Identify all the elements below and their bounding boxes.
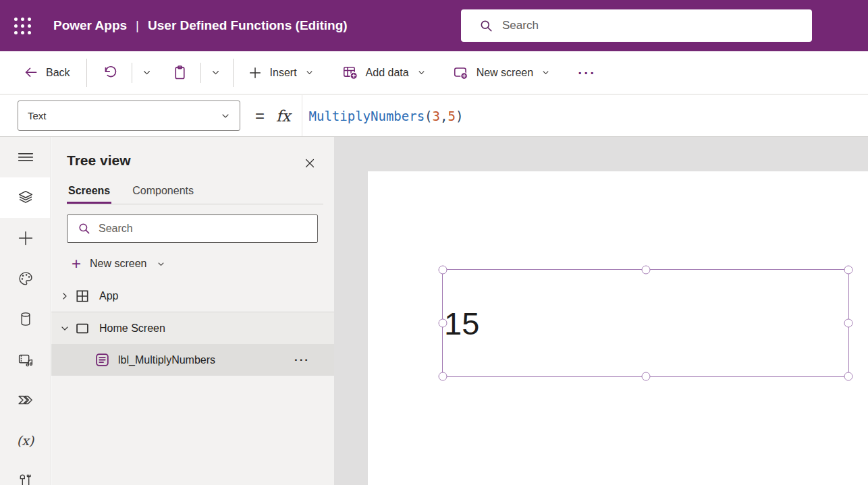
formula-bar: Text = fx MultiplyNumbers(3,5) [0,94,868,137]
search-icon [78,222,91,235]
close-icon [303,156,317,170]
header-search-input[interactable] [502,19,786,32]
rail-theme-button[interactable] [0,258,51,299]
resize-handle-top-middle[interactable] [641,266,650,275]
panel-search-box[interactable] [67,215,318,243]
chevron-down-icon [141,67,153,78]
formula-close-paren: ) [456,109,463,123]
formula-open-paren: ( [425,109,432,123]
toolbar-divider [86,59,87,87]
formula-arg2: 5 [447,109,455,123]
panel-search-input[interactable] [99,223,301,235]
toolbar-divider [200,63,201,83]
rail-insert-button[interactable] [0,218,51,258]
formula-arg1: 3 [433,109,440,123]
resize-handle-bottom-left[interactable] [439,372,447,381]
tree-row-label: Home Screen [99,322,165,335]
toolbar-divider [233,59,234,87]
row-more-button[interactable]: ··· [294,354,310,366]
new-screen-label: New screen [477,67,533,79]
panel-new-screen-label: New screen [90,258,146,270]
label-text: 15 [444,308,479,339]
rail-advanced-tools-button[interactable] [0,461,51,485]
new-screen-button[interactable]: New screen [452,64,551,81]
chevron-down-icon [210,67,221,78]
panel-tabs: Screens Components [67,185,334,204]
paste-clipboard-icon [171,64,188,81]
equals-sign: = [255,107,265,125]
header-search-box[interactable] [461,9,812,42]
tab-components[interactable]: Components [131,185,195,204]
resize-handle-middle-left[interactable] [439,319,447,328]
undo-button[interactable] [102,65,118,81]
add-data-label: Add data [366,67,409,79]
theme-palette-icon [16,268,36,289]
formula-comma: , [440,109,447,123]
rail-menu-button[interactable] [0,137,51,177]
command-toolbar: Back Insert Add data New scre [0,51,868,94]
more-ellipsis-icon: ··· [578,65,596,80]
panel-new-screen-button[interactable]: + New screen [72,252,166,276]
tree-row-label: App [99,290,118,302]
undo-menu-button[interactable] [141,67,153,78]
tree-rows: App Home Screen lbl_MultiplyNumbers ··· [51,280,334,376]
product-name: Power Apps [53,18,127,33]
paste-button[interactable] [171,64,188,81]
more-commands-button[interactable]: ··· [578,65,596,80]
tree-view-panel: Tree view Screens Components + New scree… [51,137,334,485]
app-name: User Defined Functions (Editing) [148,18,348,33]
tree-row-label-control[interactable]: lbl_MultiplyNumbers ··· [51,344,334,376]
canvas-area: 15 [334,137,868,485]
formula-input[interactable]: MultiplyNumbers(3,5) [302,95,868,136]
panel-title: Tree view [67,152,334,169]
rail-tree-view-button[interactable] [0,177,51,218]
insert-label: Insert [270,67,297,79]
insert-button[interactable]: Insert [248,65,315,80]
rail-variables-button[interactable]: (x) [0,420,51,461]
back-label: Back [46,67,70,79]
rail-power-automate-button[interactable] [0,380,51,420]
chevron-down-icon [220,111,231,121]
resize-handle-top-right[interactable] [844,266,853,275]
label-control-icon [94,352,110,368]
back-arrow-icon [23,65,38,80]
paste-menu-button[interactable] [210,67,221,78]
insert-plus-icon [16,228,36,248]
title-separator: | [136,18,139,33]
left-navigation-rail: (x) [0,137,51,485]
add-data-button[interactable]: Add data [342,64,427,81]
rail-data-button[interactable] [0,299,51,339]
tree-row-home-screen[interactable]: Home Screen [51,312,334,344]
back-button[interactable]: Back [23,65,70,80]
menu-icon [16,147,36,167]
waffle-menu-icon[interactable] [14,18,31,34]
screen-icon [75,321,90,336]
tree-row-app[interactable]: App [51,280,334,312]
chevron-down-icon [156,259,166,269]
plus-icon: + [72,256,81,272]
resize-handle-middle-right[interactable] [844,319,853,328]
resize-handle-bottom-right[interactable] [844,372,853,381]
chevron-down-icon[interactable] [59,323,70,334]
rail-media-button[interactable] [0,339,51,380]
chevron-down-icon [304,67,315,78]
app-icon [75,289,90,304]
power-apps-studio: Power Apps | User Defined Functions (Edi… [0,0,868,485]
tab-screens[interactable]: Screens [67,185,111,204]
tabs-divider [67,204,323,204]
toolbar-divider [132,63,132,83]
resize-handle-bottom-middle[interactable] [641,372,650,381]
property-selected-value: Text [28,110,47,121]
chevron-down-icon [541,67,551,78]
search-icon [479,19,493,33]
chevron-right-icon[interactable] [59,291,70,302]
add-data-table-icon [342,64,358,81]
close-panel-button[interactable] [302,155,318,171]
property-dropdown[interactable]: Text [18,101,240,131]
undo-icon [102,65,118,81]
selected-label-control[interactable]: 15 [442,269,849,377]
new-screen-icon [452,64,469,81]
resize-handle-top-left[interactable] [439,266,447,275]
chevron-down-icon [416,67,427,78]
fx-icon: fx [276,107,290,125]
